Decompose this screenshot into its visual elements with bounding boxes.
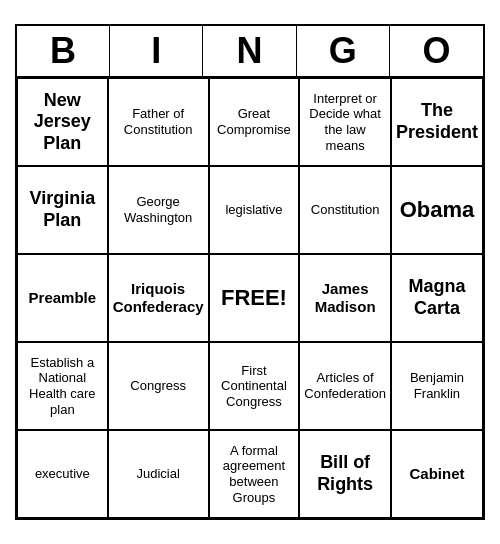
bingo-cell-12: FREE! (209, 254, 300, 342)
bingo-cell-21: Judicial (108, 430, 209, 518)
bingo-cell-24: Cabinet (391, 430, 483, 518)
bingo-cell-4: The President (391, 78, 483, 166)
bingo-cell-13: James Madison (299, 254, 391, 342)
bingo-cell-20: executive (17, 430, 108, 518)
bingo-cell-16: Congress (108, 342, 209, 430)
bingo-cell-2: Great Compromise (209, 78, 300, 166)
bingo-cell-10: Preamble (17, 254, 108, 342)
bingo-cell-22: A formal agreement between Groups (209, 430, 300, 518)
bingo-cell-18: Articles of Confederation (299, 342, 391, 430)
bingo-cell-5: Virginia Plan (17, 166, 108, 254)
header-letter-g: G (297, 26, 390, 76)
bingo-cell-1: Father of Constitution (108, 78, 209, 166)
bingo-cell-17: First Continental Congress (209, 342, 300, 430)
bingo-cell-19: Benjamin Franklin (391, 342, 483, 430)
bingo-cell-3: Interpret or Decide what the law means (299, 78, 391, 166)
bingo-card: BINGO New Jersey PlanFather of Constitut… (15, 24, 485, 520)
bingo-header: BINGO (17, 26, 483, 78)
header-letter-b: B (17, 26, 110, 76)
header-letter-i: I (110, 26, 203, 76)
bingo-grid: New Jersey PlanFather of ConstitutionGre… (17, 78, 483, 518)
bingo-cell-14: Magna Carta (391, 254, 483, 342)
bingo-cell-15: Establish a National Health care plan (17, 342, 108, 430)
bingo-cell-7: legislative (209, 166, 300, 254)
bingo-cell-9: Obama (391, 166, 483, 254)
bingo-cell-8: Constitution (299, 166, 391, 254)
bingo-cell-11: Iriquois Confederacy (108, 254, 209, 342)
header-letter-o: O (390, 26, 483, 76)
header-letter-n: N (203, 26, 296, 76)
bingo-cell-23: Bill of Rights (299, 430, 391, 518)
bingo-cell-6: George Washington (108, 166, 209, 254)
bingo-cell-0: New Jersey Plan (17, 78, 108, 166)
